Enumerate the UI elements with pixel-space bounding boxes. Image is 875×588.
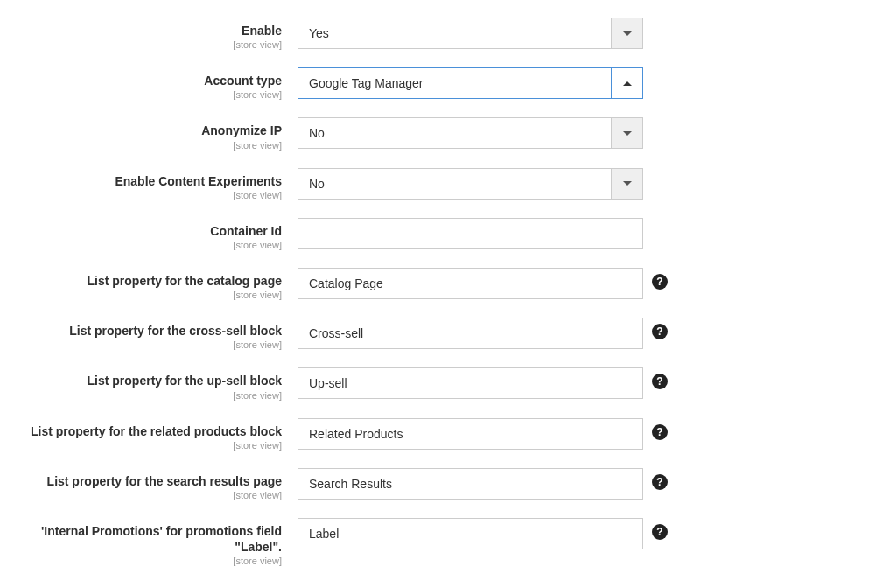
help-col: ? [643,368,669,389]
enable-scope: [store view] [9,39,282,50]
input-col: Yes [298,18,643,49]
input-col: No [298,117,643,149]
label-col: Enable Content Experiments [store view] [9,168,298,200]
row-enable: Enable [store view] Yes [9,18,866,50]
row-account-type: Account type [store view] Google Tag Man… [9,67,866,100]
input-col [298,318,643,349]
row-up-sell: List property for the up-sell block [sto… [9,368,866,400]
row-catalog-page: List property for the catalog page [stor… [9,268,866,300]
promotions-label-input[interactable] [298,518,643,550]
help-col [643,218,669,224]
search-results-input[interactable] [298,468,643,500]
label-col: List property for the search results pag… [9,468,298,500]
help-col: ? [643,318,669,340]
chevron-down-icon [623,181,632,186]
related-products-label: List property for the related products b… [9,424,282,439]
cross-sell-label: List property for the cross-sell block [9,323,282,339]
catalog-page-label: List property for the catalog page [9,273,282,289]
row-related-products: List property for the related products b… [9,418,866,451]
row-container-id: Container Id [store view] [9,218,866,250]
dropdown-button[interactable] [611,18,642,48]
label-col: Enable [store view] [9,18,298,50]
row-search-results: List property for the search results pag… [9,468,866,500]
input-col: Google Tag Manager [298,67,643,99]
account-type-value: Google Tag Manager [298,76,611,90]
help-icon[interactable]: ? [652,274,668,290]
divider [9,584,866,584]
account-type-label: Account type [9,73,282,88]
chevron-down-icon [623,131,632,136]
row-promotions-label: 'Internal Promotions' for promotions fie… [9,518,866,566]
content-experiments-scope: [store view] [9,190,282,200]
content-experiments-label: Enable Content Experiments [9,173,282,189]
chevron-up-icon [623,81,632,86]
related-products-input[interactable] [298,418,643,450]
label-col: Container Id [store view] [9,218,298,250]
label-col: List property for the cross-sell block [… [9,318,298,350]
input-col [298,418,643,450]
anonymize-ip-label: Anonymize IP [9,122,282,138]
catalog-page-input[interactable] [298,268,643,299]
help-col: ? [643,418,669,440]
anonymize-ip-scope: [store view] [9,140,282,150]
content-experiments-select[interactable]: No [298,168,643,200]
container-id-input[interactable] [298,218,643,249]
help-col: ? [643,468,669,490]
catalog-page-scope: [store view] [9,290,282,300]
account-type-scope: [store view] [9,89,282,100]
help-col: ? [643,268,669,290]
dropdown-button[interactable] [611,118,642,148]
search-results-scope: [store view] [9,490,282,500]
row-content-experiments: Enable Content Experiments [store view] … [9,168,866,200]
up-sell-scope: [store view] [9,390,282,401]
input-col [298,518,643,550]
input-col [298,368,643,399]
help-col [643,18,669,24]
promotions-label-scope: [store view] [9,556,282,566]
enable-label: Enable [9,23,282,38]
cross-sell-input[interactable] [298,318,643,349]
label-col: List property for the catalog page [stor… [9,268,298,300]
help-col [643,168,669,174]
enable-value: Yes [298,26,611,40]
help-col [643,117,669,123]
help-col: ? [643,518,669,540]
label-col: List property for the up-sell block [sto… [9,368,298,400]
up-sell-input[interactable] [298,368,643,399]
row-cross-sell: List property for the cross-sell block [… [9,318,866,350]
help-icon[interactable]: ? [652,324,668,340]
dropdown-button[interactable] [611,169,642,199]
help-col [643,67,669,74]
label-col: Account type [store view] [9,67,298,100]
row-anonymize-ip: Anonymize IP [store view] No [9,117,866,150]
related-products-scope: [store view] [9,440,282,451]
config-form: Enable [store view] Yes Account type [st… [9,18,866,584]
anonymize-ip-value: No [298,126,611,140]
help-icon[interactable]: ? [652,424,668,440]
label-col: List property for the related products b… [9,418,298,451]
label-col: 'Internal Promotions' for promotions fie… [9,518,298,566]
anonymize-ip-select[interactable]: No [298,117,643,149]
help-icon[interactable]: ? [652,374,668,389]
promotions-label-label: 'Internal Promotions' for promotions fie… [9,523,282,555]
input-col: No [298,168,643,200]
chevron-down-icon [623,32,632,36]
search-results-label: List property for the search results pag… [9,473,282,489]
up-sell-label: List property for the up-sell block [9,373,282,388]
help-icon[interactable]: ? [652,524,668,540]
help-icon[interactable]: ? [652,474,668,490]
input-col [298,468,643,500]
input-col [298,268,643,299]
cross-sell-scope: [store view] [9,340,282,350]
label-col: Anonymize IP [store view] [9,117,298,150]
dropdown-button[interactable] [611,68,642,98]
enable-select[interactable]: Yes [298,18,643,49]
container-id-label: Container Id [9,223,282,239]
content-experiments-value: No [298,177,611,191]
input-col [298,218,643,249]
account-type-select[interactable]: Google Tag Manager [298,67,643,99]
container-id-scope: [store view] [9,240,282,250]
